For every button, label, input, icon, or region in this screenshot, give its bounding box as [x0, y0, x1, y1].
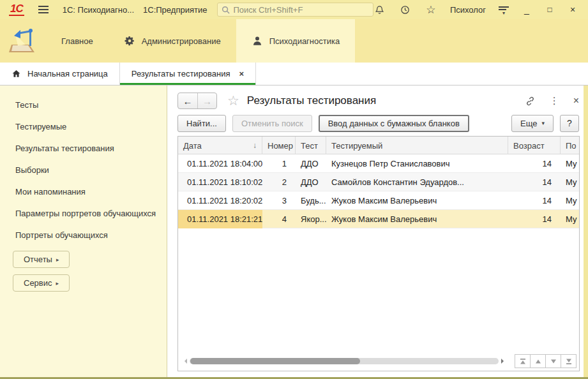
tab-label: Начальная страница [27, 69, 108, 78]
cell-testee: Кузнецов Петр Станиславович [326, 154, 508, 173]
scroll-right-icon[interactable] [501, 359, 506, 364]
notifications-bell-icon[interactable] [373, 3, 386, 16]
panel-close-icon[interactable]: × [573, 95, 579, 107]
go-first-row-button[interactable] [515, 354, 531, 368]
tab-close-icon[interactable]: × [239, 69, 245, 78]
history-icon[interactable] [399, 3, 412, 16]
table-header-row: Дата ↓ Номер Тест Тестируемый Возраст По [178, 137, 579, 154]
cell-gender: Му [561, 154, 579, 173]
global-search-input[interactable]: Поиск Ctrl+Shift+F [217, 3, 373, 17]
section-administration[interactable]: Администрирование [109, 19, 236, 63]
help-button[interactable]: ? [560, 115, 579, 132]
cell-gender: Му [561, 191, 579, 210]
column-header-test[interactable]: Тест [296, 137, 326, 154]
section-ribbon: Главное Администрирование Психодиагности… [0, 19, 588, 63]
main-menu-icon[interactable] [38, 4, 49, 15]
cell-date: 01.11.2021 18:04:00 [187, 159, 262, 168]
app-window: 1С 1С: Психодиагно... 1С:Предприятие Пои… [0, 0, 588, 379]
tab-test-results[interactable]: Результаты тестирования × [119, 63, 256, 85]
reports-menu-button[interactable]: Отчеты ▸ [13, 251, 70, 268]
page-title: Результаты тестирования [247, 94, 376, 107]
cell-number: 4 [262, 210, 296, 228]
current-user-label[interactable]: Психолог [450, 5, 486, 15]
section-label: Администрирование [142, 36, 221, 46]
sidebar-item-test-results[interactable]: Результаты тестирования [13, 138, 167, 159]
column-header-testee[interactable]: Тестируемый [326, 137, 508, 154]
section-label: Главное [61, 36, 93, 46]
cell-number: 1 [262, 154, 296, 173]
1c-logo-icon[interactable]: 1С [9, 4, 24, 16]
get-link-icon[interactable] [525, 96, 536, 107]
more-button[interactable]: Еще ▾ [511, 115, 554, 132]
column-header-date[interactable]: Дата ↓ [178, 137, 262, 154]
cell-date: 01.11.2021 18:10:02 [187, 177, 262, 187]
column-header-gender[interactable]: По [561, 137, 579, 154]
window-close-button[interactable]: × [568, 4, 578, 15]
favorite-star-icon[interactable]: ☆ [227, 93, 239, 108]
window-platform-title: 1С:Предприятие [143, 5, 207, 15]
cell-date: 01.11.2021 18:21:21 [187, 214, 262, 224]
person-icon [252, 35, 263, 47]
sidebar-item-testees[interactable]: Тестируемые [13, 116, 167, 137]
find-button[interactable]: Найти... [177, 115, 226, 132]
go-last-row-button[interactable] [561, 354, 577, 368]
gear-icon [124, 35, 135, 47]
horizontal-scrollbar[interactable] [182, 358, 506, 364]
cell-test: ДДО [296, 154, 326, 173]
section-home[interactable]: Главное [46, 19, 109, 63]
table-bottom-bar [178, 354, 579, 371]
sidebar-item-reminders[interactable]: Мои напоминания [13, 181, 167, 202]
window-app-title: 1С: Психодиагно... [63, 5, 134, 15]
column-header-number[interactable]: Номер [262, 137, 296, 154]
forward-button[interactable]: → [197, 93, 216, 108]
cell-testee: Самойлов Константин Эдуардов... [326, 173, 508, 191]
cell-test: Якор... [296, 210, 326, 228]
cell-testee: Жуков Максим Валерьевич [326, 191, 508, 210]
column-header-age[interactable]: Возраст [508, 137, 561, 154]
scrollbar-track[interactable] [190, 358, 499, 364]
window-right-border [584, 85, 588, 377]
cancel-search-button[interactable]: Отменить поиск [232, 115, 312, 132]
sidebar-item-portraits[interactable]: Портреты обучающихся [13, 225, 167, 246]
sidebar-item-portrait-params[interactable]: Параметры портретов обучающихся [13, 203, 167, 224]
sidebar-item-tests[interactable]: Тесты [13, 94, 167, 115]
search-placeholder: Поиск Ctrl+Shift+F [233, 5, 303, 15]
tab-home-page[interactable]: Начальная страница [0, 63, 119, 85]
cell-number: 2 [262, 173, 296, 191]
cell-testee: Жуков Максим Валерьевич [326, 210, 508, 228]
go-next-row-button[interactable] [545, 354, 561, 368]
cell-age: 14 [508, 191, 561, 210]
sidebar-item-samples[interactable]: Выборки [13, 160, 167, 181]
minimize-button[interactable]: _ [522, 4, 532, 15]
table-row[interactable]: 01.11.2021 18:10:02 2 ДДО Самойлов Конст… [178, 173, 579, 191]
cell-age: 14 [508, 154, 561, 173]
table-row-selected[interactable]: 01.11.2021 18:21:21 4 Якор... Жуков Макс… [178, 210, 579, 228]
service-menu-icon[interactable]: ▾ [499, 5, 509, 15]
cell-date: 01.11.2021 18:20:02 [187, 196, 262, 205]
paper-forms-input-button[interactable]: Ввод данных с бумажных бланков [319, 115, 469, 132]
scrollbar-thumb[interactable] [190, 358, 360, 364]
more-menu-icon[interactable]: ⋮ [550, 95, 559, 107]
favorites-star-icon[interactable]: ☆ [425, 3, 437, 16]
section-psychodiagnostics[interactable]: Психодиагностика [236, 19, 356, 63]
cell-age: 14 [508, 210, 561, 228]
button-label: Отчеты [24, 255, 52, 264]
test-results-panel: ← → ☆ Результаты тестирования ⋮ × Найти.… [167, 85, 588, 377]
row-navigation-buttons [515, 354, 577, 368]
open-windows-tabbar: Начальная страница Результаты тестирован… [0, 63, 588, 85]
go-previous-row-button[interactable] [530, 354, 546, 368]
search-icon [222, 6, 230, 14]
tab-label: Результаты тестирования [132, 69, 230, 78]
table-row[interactable]: 01.11.2021 18:20:02 3 Будь... Жуков Макс… [178, 191, 579, 210]
button-label: Еще [520, 119, 537, 128]
section-label: Психодиагностика [269, 36, 340, 46]
title-bar: 1С 1С: Психодиагно... 1С:Предприятие Пои… [0, 0, 588, 19]
back-button[interactable]: ← [178, 93, 197, 108]
cell-gender: Му [561, 173, 579, 191]
table-row[interactable]: 01.11.2021 18:04:00 1 ДДО Кузнецов Петр … [178, 154, 579, 173]
service-menu-button[interactable]: Сервис ▸ [13, 274, 70, 292]
caret-right-icon: ▸ [56, 280, 59, 286]
scroll-left-icon[interactable] [182, 359, 187, 364]
results-table: Дата ↓ Номер Тест Тестируемый Возраст По… [177, 136, 580, 371]
maximize-button[interactable]: □ [545, 5, 555, 14]
